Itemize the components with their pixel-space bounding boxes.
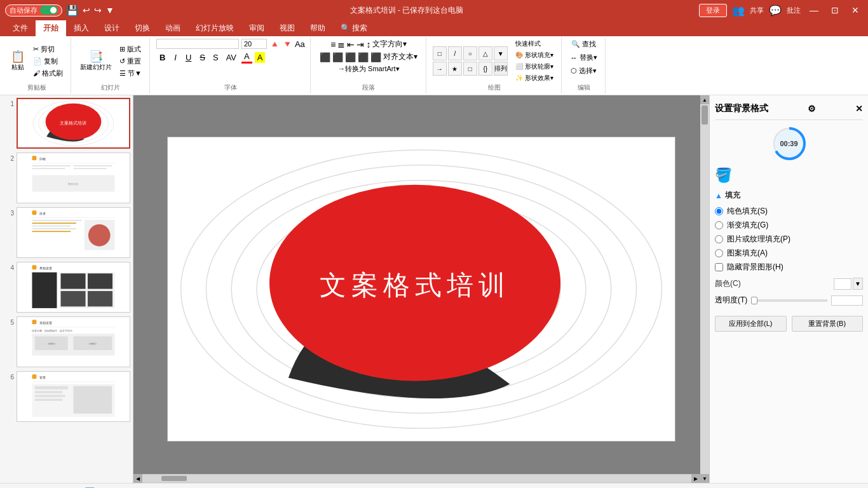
tab-file[interactable]: 文件 bbox=[5, 20, 36, 36]
tab-slideshow[interactable]: 幻灯片放映 bbox=[188, 20, 241, 36]
comment-icon[interactable]: 💬 bbox=[769, 4, 782, 17]
minimize-button[interactable]: — bbox=[806, 5, 822, 15]
font-size-input[interactable] bbox=[241, 39, 267, 49]
shape-tri[interactable]: △ bbox=[478, 46, 492, 60]
slide-preview-4[interactable]: 界面设置 bbox=[17, 262, 130, 313]
font-family-input[interactable] bbox=[156, 39, 239, 49]
transparency-slider[interactable] bbox=[751, 299, 827, 302]
align-right-button[interactable]: ⬛ bbox=[345, 52, 356, 62]
slide-thumb-6[interactable]: 6 背景 bbox=[3, 371, 130, 422]
indent-dec-button[interactable]: ⇤ bbox=[347, 39, 355, 50]
sort-button[interactable]: 排列 bbox=[494, 62, 508, 76]
font-size-up-icon[interactable]: 🔺 bbox=[269, 39, 280, 49]
fill-gradient-radio[interactable] bbox=[715, 221, 723, 229]
shape-callout[interactable]: □ bbox=[463, 62, 477, 76]
align-center-button[interactable]: ⬛ bbox=[332, 52, 343, 62]
scroll-thumb-h[interactable] bbox=[161, 476, 187, 481]
panel-close-button[interactable]: ✕ bbox=[855, 104, 863, 114]
scroll-down-button[interactable]: ▼ bbox=[700, 474, 709, 483]
canvas-scrollbar-vertical[interactable]: ▲ ▼ bbox=[700, 95, 709, 483]
scroll-right-button[interactable]: ▶ bbox=[691, 474, 700, 483]
tab-transition[interactable]: 切换 bbox=[127, 20, 158, 36]
slide-thumb-5[interactable]: 5 页面设置 设置步骤：按如图操作，如文字所示 步骤图示 步骤图示 bbox=[3, 316, 130, 367]
tab-review[interactable]: 审阅 bbox=[241, 20, 272, 36]
tab-search[interactable]: 🔍 搜索 bbox=[333, 20, 375, 36]
format-painter-button[interactable]: 🖌 格式刷 bbox=[31, 68, 65, 79]
slide-preview-5[interactable]: 页面设置 设置步骤：按如图操作，如文字所示 步骤图示 步骤图示 bbox=[17, 316, 130, 367]
bold-button[interactable]: B bbox=[156, 51, 168, 64]
fill-solid-radio[interactable] bbox=[715, 207, 723, 215]
share-icon[interactable]: 👥 bbox=[732, 4, 745, 17]
shape-rect[interactable]: □ bbox=[433, 46, 447, 60]
apply-all-button[interactable]: 应用到全部(L) bbox=[715, 316, 787, 332]
tab-insert[interactable]: 插入 bbox=[66, 20, 97, 36]
cut-button[interactable]: ✂ 剪切 bbox=[31, 44, 65, 55]
slide-thumb-3[interactable]: 3 目录 bbox=[3, 207, 130, 258]
slide-preview-6[interactable]: 背景 bbox=[17, 371, 130, 422]
shape-star[interactable]: ★ bbox=[448, 62, 462, 76]
fill-gradient-option[interactable]: 渐变填充(G) bbox=[715, 220, 863, 231]
find-button[interactable]: 🔍 查找 bbox=[569, 39, 599, 50]
font-size-down-icon[interactable]: 🔻 bbox=[282, 39, 292, 49]
slide-preview-2[interactable]: 归根 图表内容 bbox=[17, 152, 130, 203]
reset-bg-button[interactable]: 重置背景(B) bbox=[792, 316, 864, 332]
scroll-up-button[interactable]: ▲ bbox=[700, 95, 709, 104]
scroll-thumb-v[interactable] bbox=[702, 105, 708, 125]
reset-button[interactable]: ↺ 重置 bbox=[117, 56, 144, 67]
autosave-switch[interactable] bbox=[40, 6, 58, 15]
tab-animation[interactable]: 动画 bbox=[158, 20, 188, 36]
shape-oval[interactable]: ○ bbox=[463, 46, 477, 60]
copy-button[interactable]: 📄 复制 bbox=[31, 56, 65, 67]
tab-design[interactable]: 设计 bbox=[97, 20, 127, 36]
slide-thumb-2[interactable]: 2 归根 图表内容 bbox=[3, 152, 130, 203]
italic-button[interactable]: I bbox=[171, 51, 180, 64]
tab-home[interactable]: 开始 bbox=[36, 20, 66, 36]
new-slide-button[interactable]: 📑 新建幻灯片 bbox=[78, 50, 114, 73]
close-button[interactable]: ✕ bbox=[848, 5, 863, 15]
hide-bg-checkbox[interactable] bbox=[715, 263, 723, 271]
shape-line[interactable]: / bbox=[448, 46, 462, 60]
fill-pattern-radio[interactable] bbox=[715, 249, 723, 257]
shape-arrow[interactable]: → bbox=[433, 62, 447, 76]
fill-pattern-option[interactable]: 图案填充(A) bbox=[715, 248, 863, 259]
transparency-input[interactable]: 0% bbox=[831, 295, 863, 306]
slide-preview-3[interactable]: 目录 bbox=[17, 207, 130, 258]
underline-button[interactable]: U bbox=[182, 51, 194, 64]
slide-canvas[interactable]: 文案格式培训 bbox=[167, 137, 675, 442]
paste-button[interactable]: 📋 粘贴 bbox=[8, 50, 28, 73]
fill-picture-option[interactable]: 图片或纹理填充(P) bbox=[715, 234, 863, 245]
color-dropdown-arrow[interactable]: ▼ bbox=[853, 278, 863, 290]
shape-more[interactable]: ▼ bbox=[494, 46, 508, 60]
customize-icon[interactable]: ▼ bbox=[105, 5, 114, 15]
autosave-toggle[interactable]: 自动保存 bbox=[5, 4, 62, 17]
quick-style-button[interactable]: 快速样式 bbox=[513, 39, 556, 49]
text-direction-button[interactable]: 文字方向▾ bbox=[372, 39, 407, 50]
shape-effect-button[interactable]: ✨ 形状效果▾ bbox=[513, 73, 556, 83]
tab-help[interactable]: 帮助 bbox=[302, 20, 333, 36]
shape-custom1[interactable]: {} bbox=[478, 62, 492, 76]
scroll-left-button[interactable]: ◀ bbox=[133, 474, 142, 483]
color-picker[interactable]: ▼ bbox=[834, 278, 863, 290]
section-button[interactable]: ☰ 节▼ bbox=[117, 68, 144, 79]
line-spacing-button[interactable]: ↕ bbox=[366, 39, 370, 50]
color-swatch[interactable] bbox=[834, 278, 851, 290]
slider-handle[interactable] bbox=[751, 297, 757, 304]
font-color-button[interactable]: A bbox=[241, 51, 252, 64]
shape-outline-button[interactable]: ⬜ 形状轮廓▾ bbox=[513, 62, 556, 72]
highlight-button[interactable]: A bbox=[255, 52, 266, 63]
replace-button[interactable]: ↔ 替换▾ bbox=[568, 52, 600, 63]
redo-icon[interactable]: ↪ bbox=[94, 5, 102, 15]
fill-expand-icon[interactable]: ▲ bbox=[715, 191, 722, 200]
shape-fill-button[interactable]: 🎨 形状填充▾ bbox=[513, 50, 556, 60]
columns-button[interactable]: ⬛ bbox=[370, 52, 381, 62]
canvas-scrollbar-horizontal[interactable]: ◀ ▶ bbox=[133, 474, 700, 483]
list-number-button[interactable]: ≣ bbox=[337, 39, 345, 50]
align-justify-button[interactable]: ⬛ bbox=[358, 52, 369, 62]
text-shadow-button[interactable]: S bbox=[210, 52, 221, 63]
list-bullet-button[interactable]: ≡ bbox=[330, 39, 336, 50]
strikethrough-button[interactable]: S bbox=[197, 52, 208, 63]
align-text-button[interactable]: 对齐文本▾ bbox=[383, 51, 417, 62]
select-button[interactable]: ⬡ 选择▾ bbox=[568, 65, 599, 76]
hide-bg-option[interactable]: 隐藏背景图形(H) bbox=[715, 262, 863, 273]
panel-settings-icon[interactable]: ⚙ bbox=[808, 104, 816, 114]
